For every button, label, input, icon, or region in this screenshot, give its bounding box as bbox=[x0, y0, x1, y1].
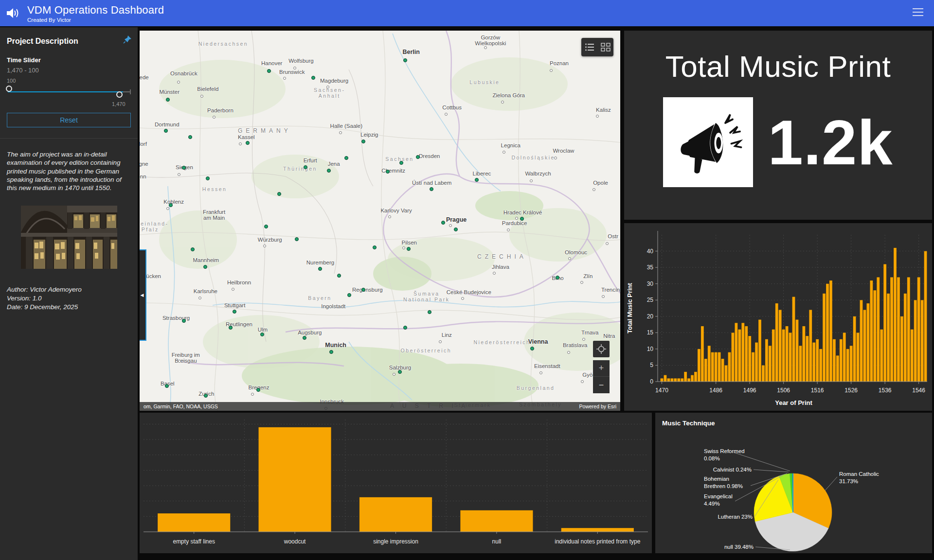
histogram-bar[interactable] bbox=[752, 352, 754, 382]
histogram-bar[interactable] bbox=[900, 316, 903, 382]
data-point-dot[interactable] bbox=[246, 141, 250, 145]
data-point-dot[interactable] bbox=[428, 310, 431, 314]
histogram-bar[interactable] bbox=[769, 346, 772, 382]
histogram-bar[interactable] bbox=[684, 372, 687, 382]
data-point-dot[interactable] bbox=[267, 69, 271, 73]
histogram-bar[interactable] bbox=[863, 310, 866, 382]
technique-bar[interactable] bbox=[158, 513, 230, 532]
data-point-dot[interactable] bbox=[454, 228, 458, 231]
histogram-bar[interactable] bbox=[687, 378, 690, 382]
data-point-dot[interactable] bbox=[398, 370, 402, 374]
panel-collapse-handle[interactable]: ◀ bbox=[140, 249, 146, 341]
data-point-dot[interactable] bbox=[260, 332, 264, 336]
data-point-dot[interactable] bbox=[441, 221, 445, 225]
histogram-bar[interactable] bbox=[677, 378, 680, 382]
data-point-dot[interactable] bbox=[347, 293, 351, 297]
data-point-dot[interactable] bbox=[403, 326, 407, 330]
histogram-bar[interactable] bbox=[704, 359, 707, 382]
histogram-bar[interactable] bbox=[836, 355, 839, 382]
histogram-bar[interactable] bbox=[664, 375, 666, 382]
histogram-bar[interactable] bbox=[725, 365, 728, 382]
histogram-bar[interactable] bbox=[890, 277, 893, 382]
histogram-bar[interactable] bbox=[718, 352, 721, 382]
histogram-bar[interactable] bbox=[877, 277, 880, 382]
data-point-dot[interactable] bbox=[303, 336, 306, 340]
histogram-bar[interactable] bbox=[789, 332, 792, 382]
histogram-bar[interactable] bbox=[721, 359, 724, 382]
histogram-bar[interactable] bbox=[904, 294, 907, 382]
data-point-dot[interactable] bbox=[386, 170, 390, 174]
data-point-dot[interactable] bbox=[407, 247, 411, 251]
technique-bar[interactable] bbox=[359, 497, 432, 532]
histogram-bar[interactable] bbox=[883, 264, 886, 382]
histogram-bar[interactable] bbox=[860, 300, 863, 382]
legend-icon[interactable] bbox=[585, 43, 594, 52]
histogram-bar[interactable] bbox=[762, 365, 765, 382]
histogram-bar[interactable] bbox=[799, 346, 802, 382]
histogram-bar[interactable] bbox=[674, 378, 677, 382]
data-point-dot[interactable] bbox=[206, 176, 210, 180]
data-point-dot[interactable] bbox=[182, 166, 186, 170]
data-point-dot[interactable] bbox=[277, 192, 281, 196]
histogram-bar[interactable] bbox=[741, 323, 744, 382]
histogram-bar[interactable] bbox=[914, 300, 917, 382]
data-point-dot[interactable] bbox=[475, 178, 479, 182]
data-point-dot[interactable] bbox=[361, 288, 365, 292]
histogram-bar[interactable] bbox=[809, 310, 812, 382]
histogram-bar[interactable] bbox=[873, 290, 876, 382]
histogram-bar[interactable] bbox=[911, 330, 914, 382]
locate-button[interactable] bbox=[593, 341, 610, 357]
histogram-bar[interactable] bbox=[812, 342, 815, 382]
data-point-dot[interactable] bbox=[416, 155, 420, 159]
histogram-bar[interactable] bbox=[758, 319, 761, 382]
histogram-bar[interactable] bbox=[667, 378, 670, 382]
data-point-dot[interactable] bbox=[344, 156, 348, 160]
slider-handle-max[interactable] bbox=[116, 91, 123, 98]
data-point-dot[interactable] bbox=[264, 225, 268, 228]
histogram-bar[interactable] bbox=[826, 284, 829, 382]
attribution-esri[interactable]: Powered by Esri bbox=[579, 403, 616, 409]
pin-icon[interactable] bbox=[123, 35, 132, 44]
histogram-bar[interactable] bbox=[711, 352, 714, 382]
histogram-bar[interactable] bbox=[772, 330, 775, 382]
data-point-dot[interactable] bbox=[311, 76, 315, 80]
histogram-bar[interactable] bbox=[670, 378, 673, 382]
technique-bar[interactable] bbox=[561, 528, 634, 532]
histogram-bar[interactable] bbox=[829, 280, 832, 382]
histogram-bar[interactable] bbox=[894, 248, 897, 382]
histogram-bar[interactable] bbox=[870, 280, 873, 382]
histogram-bar[interactable] bbox=[681, 378, 683, 382]
histogram-bar[interactable] bbox=[738, 330, 741, 382]
histogram-bar[interactable] bbox=[806, 336, 808, 382]
data-point-dot[interactable] bbox=[329, 350, 333, 354]
histogram-bar[interactable] bbox=[701, 326, 704, 382]
histogram-bar[interactable] bbox=[853, 316, 856, 382]
data-point-dot[interactable] bbox=[204, 394, 208, 398]
histogram-bar[interactable] bbox=[735, 323, 737, 382]
histogram-bar[interactable] bbox=[715, 352, 718, 382]
data-point-dot[interactable] bbox=[403, 58, 407, 62]
histogram-bar[interactable] bbox=[840, 339, 843, 382]
data-point-dot[interactable] bbox=[556, 276, 559, 280]
histogram-bar[interactable] bbox=[850, 346, 853, 382]
data-point-dot[interactable] bbox=[191, 247, 195, 251]
slider-handle-min[interactable] bbox=[6, 86, 12, 92]
histogram-bar[interactable] bbox=[833, 339, 836, 382]
data-point-dot[interactable] bbox=[520, 217, 524, 221]
histogram-bar[interactable] bbox=[823, 294, 826, 382]
data-point-dot[interactable] bbox=[229, 326, 233, 330]
data-point-dot[interactable] bbox=[164, 129, 168, 133]
histogram-bar[interactable] bbox=[779, 310, 782, 382]
data-point-dot[interactable] bbox=[203, 265, 207, 269]
data-point-dot[interactable] bbox=[373, 245, 377, 249]
data-point-dot[interactable] bbox=[430, 187, 433, 191]
data-point-dot[interactable] bbox=[361, 140, 365, 143]
histogram-bar[interactable] bbox=[731, 332, 734, 382]
zoom-out-button[interactable]: − bbox=[593, 377, 610, 393]
histogram-bar[interactable] bbox=[924, 251, 927, 382]
data-point-dot[interactable] bbox=[169, 203, 173, 207]
histogram-bar[interactable] bbox=[765, 339, 768, 382]
histogram-bar[interactable] bbox=[907, 277, 910, 382]
data-point-dot[interactable] bbox=[318, 267, 322, 271]
histogram-bar[interactable] bbox=[857, 332, 860, 382]
